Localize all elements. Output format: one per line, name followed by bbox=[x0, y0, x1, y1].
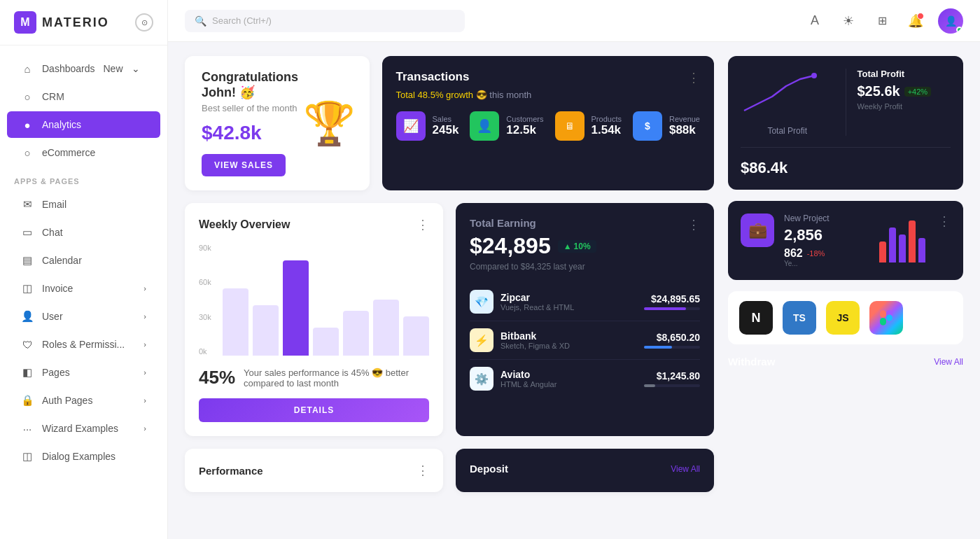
sidebar-item-dashboards[interactable]: ⌂ Dashboards New ⌄ bbox=[7, 55, 160, 82]
stat-products: 🖥 Products 1.54k bbox=[555, 111, 622, 141]
pages-label: Pages bbox=[42, 367, 70, 378]
sidebar-item-invoice[interactable]: ◫ Invoice › bbox=[7, 275, 160, 302]
perf-percent: 45% bbox=[199, 367, 235, 388]
bar-group-2 bbox=[253, 305, 279, 356]
home-icon: ⌂ bbox=[21, 62, 34, 75]
bitbank-amount: $8,650.20 bbox=[644, 332, 700, 343]
new-badge: New bbox=[104, 63, 123, 74]
congrats-title: Congratulations John! 🥳 bbox=[202, 70, 303, 100]
sidebar-item-analytics[interactable]: ● Analytics bbox=[7, 111, 160, 138]
profit-growth: +42% bbox=[904, 87, 931, 97]
chart-bars bbox=[223, 244, 429, 356]
sidebar-item-wizard[interactable]: ··· Wizard Examples › bbox=[7, 415, 160, 442]
withdraw-view-all[interactable]: View All bbox=[934, 357, 963, 367]
transactions-subtitle: Total 48.5% growth 😎 this month bbox=[396, 90, 700, 100]
customers-icon: 👤 bbox=[470, 111, 499, 141]
user-icon: 👤 bbox=[21, 310, 34, 323]
sidebar-item-ecommerce[interactable]: ○ eCommerce bbox=[7, 139, 160, 166]
dashboards-label: Dashboards bbox=[42, 63, 95, 74]
project-value: 2,856 bbox=[784, 226, 822, 244]
figma-logo bbox=[869, 301, 903, 335]
stat-sales: 📈 Sales 245k bbox=[396, 111, 459, 141]
earning-item-zipcar: 💎 Zipcar Vuejs, React & HTML $24,895.65 bbox=[470, 283, 700, 321]
logo-area: M MATERIO ⊙ bbox=[0, 0, 167, 46]
header-actions: A ☀ ⊞ 🔔 👤 bbox=[804, 8, 963, 34]
transactions-card: Transactions ⋮ Total 48.5% growth 😎 this… bbox=[382, 56, 714, 190]
wizard-icon: ··· bbox=[21, 422, 34, 435]
search-icon: 🔍 bbox=[195, 15, 206, 27]
bitbank-progress bbox=[644, 346, 700, 349]
weekly-overview-card: Weekly Overview ⋮ 90k 60k 30k 0k bbox=[185, 203, 443, 436]
profit-main-value: $86.4k bbox=[741, 159, 788, 177]
chevron-down-icon: ⌄ bbox=[132, 63, 140, 74]
user-label: User bbox=[42, 311, 63, 322]
sidebar-item-chat[interactable]: ▭ Chat bbox=[7, 219, 160, 246]
products-value: 1.54k bbox=[592, 123, 622, 137]
analytics-label: Analytics bbox=[42, 119, 81, 130]
performance-title: Performance bbox=[199, 465, 263, 477]
details-button[interactable]: DETAILS bbox=[199, 398, 429, 422]
bitbank-name: Bitbank bbox=[500, 330, 570, 342]
performance-card: Performance ⋮ bbox=[185, 449, 443, 492]
transactions-more-button[interactable]: ⋮ bbox=[687, 70, 700, 85]
chevron-icon-2: › bbox=[144, 312, 146, 321]
sales-label: Sales bbox=[433, 115, 459, 123]
sidebar-item-pages[interactable]: ◧ Pages › bbox=[7, 359, 160, 386]
sidebar-item-email[interactable]: ✉ Email bbox=[7, 191, 160, 218]
project-more-button[interactable]: ⋮ bbox=[938, 214, 951, 229]
earning-more-button[interactable]: ⋮ bbox=[687, 217, 700, 232]
perf-text: Your sales performance is 45% 😎 better c… bbox=[244, 368, 429, 388]
sidebar-item-roles[interactable]: 🛡 Roles & Permissi... › bbox=[7, 331, 160, 358]
earning-item-bitbank: ⚡ Bitbank Sketch, Figma & XD $8,650.20 bbox=[470, 321, 700, 360]
project-info: New Project 2,856 862 -18% Ye... bbox=[784, 214, 869, 267]
bar-group-1 bbox=[223, 288, 248, 356]
sidebar-item-crm[interactable]: ○ CRM bbox=[7, 83, 160, 110]
deposit-view-all[interactable]: View All bbox=[671, 464, 700, 474]
congrats-subtitle: Best seller of the month bbox=[202, 103, 303, 113]
sidebar-item-dialog[interactable]: ◫ Dialog Examples bbox=[7, 443, 160, 470]
target-icon[interactable]: ⊙ bbox=[135, 13, 153, 31]
search-bar[interactable]: 🔍 Search (Ctrl+/) bbox=[185, 10, 465, 32]
notifications-icon[interactable]: 🔔 bbox=[904, 10, 927, 32]
sidebar-item-calendar[interactable]: ▤ Calendar bbox=[7, 247, 160, 274]
zipcar-amount: $24,895.65 bbox=[644, 293, 700, 304]
total-earning-card: Total Earning $24,895 ▲ 10% Compared to … bbox=[456, 203, 714, 436]
invoice-label: Invoice bbox=[42, 283, 73, 294]
grid-icon[interactable]: ⊞ bbox=[871, 10, 893, 32]
profit-line-chart bbox=[741, 69, 825, 118]
avatar-online-dot bbox=[956, 27, 962, 33]
project-decline: -18% bbox=[807, 249, 825, 258]
sidebar-navigation: ⌂ Dashboards New ⌄ ○ CRM ● Analytics ○ e… bbox=[0, 46, 167, 479]
profit-sublabel: Weekly Profit bbox=[858, 102, 951, 111]
zipcar-desc: Vuejs, React & HTML bbox=[500, 303, 574, 312]
performance-more-button[interactable]: ⋮ bbox=[416, 463, 429, 478]
view-sales-button[interactable]: VIEW SALES bbox=[202, 154, 286, 176]
bar-group-3 bbox=[283, 260, 309, 356]
theme-icon[interactable]: ☀ bbox=[837, 10, 860, 32]
chat-label: Chat bbox=[42, 227, 63, 238]
earning-header: Total Earning $24,895 ▲ 10% Compared to … bbox=[470, 217, 700, 283]
email-icon: ✉ bbox=[21, 198, 34, 211]
earning-title: Total Earning bbox=[470, 217, 596, 229]
sidebar-item-auth[interactable]: 🔒 Auth Pages › bbox=[7, 387, 160, 414]
project-sub-value: 862 bbox=[784, 247, 803, 260]
wizard-label: Wizard Examples bbox=[42, 423, 118, 434]
main-area: 🔍 Search (Ctrl+/) A ☀ ⊞ 🔔 👤 Congratulati… bbox=[168, 0, 980, 539]
header: 🔍 Search (Ctrl+/) A ☀ ⊞ 🔔 👤 bbox=[168, 0, 980, 42]
weekly-more-button[interactable]: ⋮ bbox=[416, 217, 429, 232]
sidebar-item-user[interactable]: 👤 User › bbox=[7, 303, 160, 330]
zipcar-logo: 💎 bbox=[470, 290, 493, 314]
search-placeholder: Search (Ctrl+/) bbox=[212, 15, 272, 26]
bar-group-5 bbox=[343, 311, 369, 356]
aviato-progress bbox=[644, 384, 700, 387]
zipcar-progress bbox=[644, 307, 700, 310]
shield-icon: 🛡 bbox=[21, 338, 34, 351]
transactions-title: Transactions bbox=[396, 70, 470, 84]
profit-section: Total Profit Total Profit $25.6k +42% We… bbox=[728, 56, 963, 190]
avatar[interactable]: 👤 bbox=[938, 8, 963, 34]
earning-amount: $24,895 ▲ 10% bbox=[470, 233, 596, 259]
bar-group-4 bbox=[313, 328, 339, 356]
calendar-label: Calendar bbox=[42, 255, 82, 266]
translate-icon[interactable]: A bbox=[804, 10, 826, 32]
revenue-value: $88k bbox=[669, 123, 700, 137]
